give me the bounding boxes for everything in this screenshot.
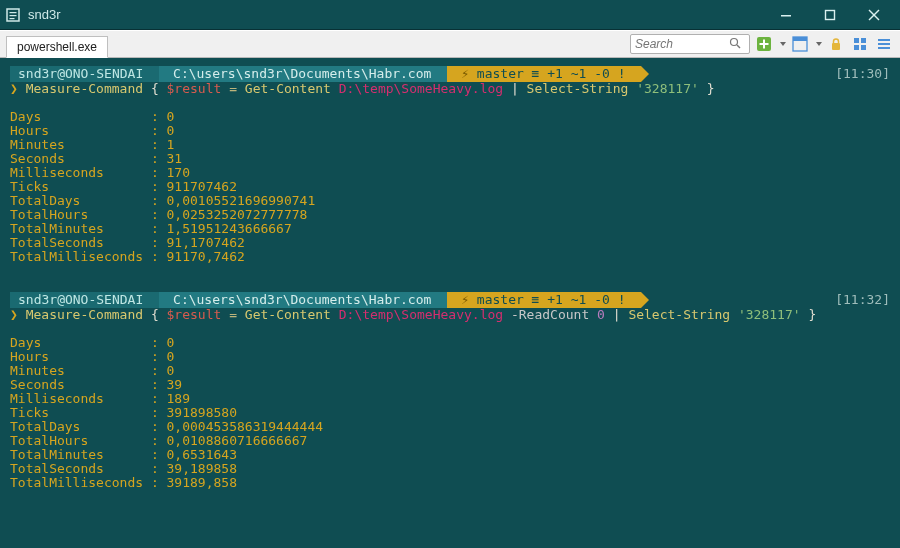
prompt-path: C:\users\snd3r\Documents\Habr.com bbox=[159, 66, 447, 82]
prompt-git: ⚡ master ≡ +1 ~1 -0 ! bbox=[447, 66, 641, 82]
search-box[interactable] bbox=[630, 34, 750, 54]
svg-rect-19 bbox=[861, 45, 866, 50]
grid-button[interactable] bbox=[850, 34, 870, 54]
close-button[interactable] bbox=[852, 0, 896, 30]
prompt-path: C:\users\snd3r\Documents\Habr.com bbox=[159, 292, 447, 308]
prompt-clock: [11:30] bbox=[835, 67, 890, 81]
svg-rect-4 bbox=[781, 15, 791, 17]
toolbar: powershell.exe bbox=[0, 30, 900, 58]
titlebar: snd3r bbox=[0, 0, 900, 30]
minimize-button[interactable] bbox=[764, 0, 808, 30]
windows-dropdown[interactable] bbox=[814, 34, 822, 54]
command-line: ❯ Measure-Command { $result = Get-Conten… bbox=[10, 82, 890, 96]
svg-rect-3 bbox=[10, 18, 15, 19]
search-input[interactable] bbox=[635, 37, 725, 51]
prompt-git: ⚡ master ≡ +1 ~1 -0 ! bbox=[447, 292, 641, 308]
command-line: ❯ Measure-Command { $result = Get-Conten… bbox=[10, 308, 890, 322]
prompt-clock: [11:32] bbox=[835, 293, 890, 307]
svg-rect-14 bbox=[793, 37, 807, 41]
maximize-button[interactable] bbox=[808, 0, 852, 30]
search-icon bbox=[729, 37, 741, 52]
prompt-user: snd3r@ONO-SENDAI bbox=[10, 66, 159, 82]
svg-rect-12 bbox=[760, 43, 769, 45]
svg-point-8 bbox=[731, 38, 738, 45]
svg-rect-16 bbox=[854, 38, 859, 43]
new-tab-button[interactable] bbox=[754, 34, 774, 54]
window-title: snd3r bbox=[28, 7, 61, 22]
lock-button[interactable] bbox=[826, 34, 846, 54]
app-icon bbox=[4, 6, 22, 24]
results-block: Days : 0 Hours : 0 Minutes : 1 Seconds :… bbox=[10, 110, 890, 264]
prompt-line: snd3r@ONO-SENDAI C:\users\snd3r\Document… bbox=[10, 66, 890, 82]
prompt-line: snd3r@ONO-SENDAI C:\users\snd3r\Document… bbox=[10, 292, 890, 308]
terminal-output: snd3r@ONO-SENDAI C:\users\snd3r\Document… bbox=[0, 58, 900, 548]
svg-rect-22 bbox=[878, 47, 890, 49]
list-button[interactable] bbox=[874, 34, 894, 54]
svg-rect-15 bbox=[832, 43, 840, 50]
svg-rect-5 bbox=[826, 10, 835, 19]
svg-rect-18 bbox=[854, 45, 859, 50]
svg-rect-21 bbox=[878, 43, 890, 45]
svg-rect-20 bbox=[878, 39, 890, 41]
svg-rect-17 bbox=[861, 38, 866, 43]
svg-rect-1 bbox=[10, 12, 17, 13]
tab-powershell[interactable]: powershell.exe bbox=[6, 36, 108, 58]
svg-line-9 bbox=[737, 45, 740, 48]
results-block: Days : 0 Hours : 0 Minutes : 0 Seconds :… bbox=[10, 336, 890, 490]
new-tab-dropdown[interactable] bbox=[778, 34, 786, 54]
svg-rect-2 bbox=[10, 15, 17, 16]
windows-button[interactable] bbox=[790, 34, 810, 54]
prompt-user: snd3r@ONO-SENDAI bbox=[10, 292, 159, 308]
